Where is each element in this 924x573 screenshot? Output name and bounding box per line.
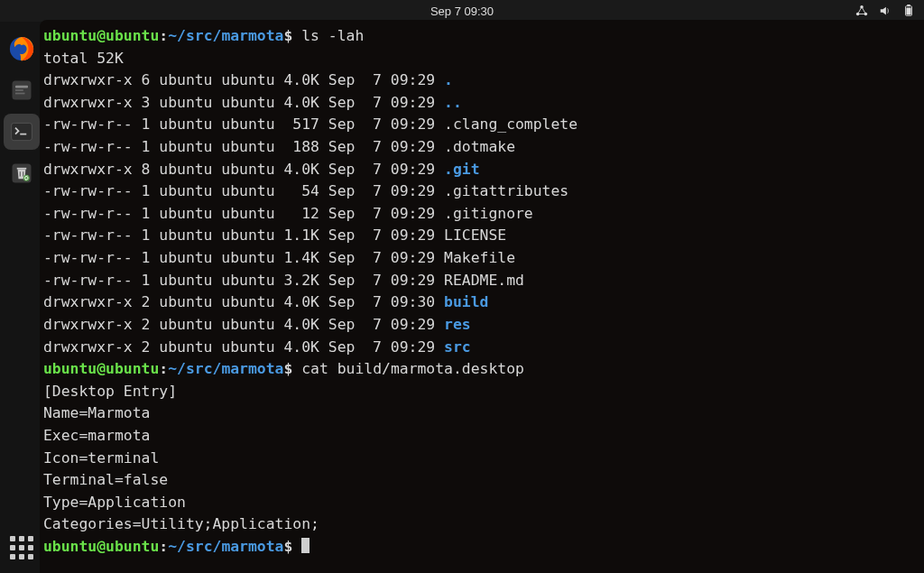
system-tray[interactable] [855,5,915,17]
firefox-icon [8,35,35,62]
dock-item-terminal[interactable] [4,114,40,150]
volume-icon[interactable] [879,5,892,17]
dock-item-show-apps[interactable] [5,531,38,564]
show-apps-icon [5,531,38,564]
svg-rect-8 [15,86,28,88]
svg-rect-14 [17,168,27,170]
dock-item-firefox[interactable] [4,31,40,67]
trash-icon [9,161,34,186]
dock-item-trash[interactable] [4,155,40,191]
svg-point-15 [23,175,30,181]
dock-item-files[interactable] [4,72,40,108]
terminal-window[interactable]: ubuntu@ubuntu:~/src/marmota$ ls -lah tot… [40,20,924,573]
svg-rect-9 [15,89,23,91]
files-icon [9,78,34,103]
clock[interactable]: Sep 7 09:30 [430,5,494,18]
svg-rect-11 [12,123,32,140]
terminal-icon [9,119,34,144]
top-bar: Sep 7 09:30 [0,0,924,22]
terminal-content[interactable]: ubuntu@ubuntu:~/src/marmota$ ls -lah tot… [43,25,920,559]
battery-icon[interactable] [902,5,915,17]
svg-rect-10 [15,93,25,95]
network-icon[interactable] [855,5,868,17]
svg-rect-4 [907,5,910,6]
cursor [301,538,310,553]
dock [0,22,43,573]
svg-rect-5 [906,8,910,15]
